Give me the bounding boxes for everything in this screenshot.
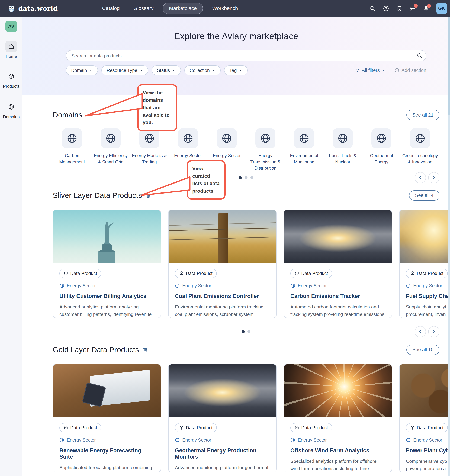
- filter-collection[interactable]: Collection: [184, 65, 221, 75]
- search-input[interactable]: [66, 53, 409, 59]
- card-domain-label: Energy Sector: [182, 283, 211, 288]
- domain-tile-energy-transmission[interactable]: Energy Transmission & Distribution: [246, 128, 285, 171]
- card-domain[interactable]: Energy Sector: [290, 283, 385, 288]
- all-filters-button[interactable]: All filters: [355, 68, 385, 73]
- data-product-card[interactable]: Data Product Energy Sector Fuel Supply C…: [399, 210, 450, 318]
- badge-label: Data Product: [186, 271, 213, 276]
- globe-icon: [101, 128, 121, 148]
- workspace-avatar[interactable]: AV: [6, 21, 17, 32]
- nav-marketplace[interactable]: Marketplace: [163, 3, 203, 14]
- card-domain[interactable]: Energy Sector: [406, 437, 450, 443]
- primary-nav: Catalog Glossary Marketplace Workbench: [98, 0, 243, 17]
- see-all-gold-button[interactable]: See all 15: [406, 345, 439, 355]
- card-domain-label: Energy Sector: [67, 437, 96, 443]
- globe-icon: [139, 128, 160, 148]
- filter-resource-type[interactable]: Resource Type: [101, 65, 148, 75]
- top-navigation-bar: data.world Catalog Glossary Marketplace …: [0, 0, 450, 17]
- help-icon[interactable]: [383, 5, 389, 12]
- pagination-dot[interactable]: [245, 176, 248, 179]
- card-domain[interactable]: Energy Sector: [59, 437, 154, 443]
- see-all-domains-button[interactable]: See all 21: [406, 110, 439, 120]
- all-filters-label: All filters: [362, 68, 380, 73]
- search-submit-icon[interactable]: [414, 50, 426, 61]
- card-domain[interactable]: Energy Sector: [290, 437, 385, 443]
- card-image-sparkler-hands: [284, 364, 392, 417]
- domain-tile-energy-efficiency[interactable]: Energy Efficiency & Smart Grid: [91, 128, 130, 171]
- filter-tag[interactable]: Tag: [224, 65, 248, 75]
- card-domain[interactable]: Energy Sector: [175, 437, 270, 443]
- card-image-railway-sunrise: [284, 210, 392, 263]
- filter-label: Tag: [229, 68, 237, 73]
- pagination-dot[interactable]: [242, 330, 245, 333]
- search-bar: [66, 50, 426, 61]
- callout-domains: View the domains that are available to y…: [137, 84, 177, 131]
- data-product-badge: Data Product: [406, 423, 448, 432]
- user-avatar[interactable]: GK: [436, 3, 447, 14]
- domain-label: Environmental Monitoring: [285, 153, 323, 165]
- filter-domain[interactable]: Domain: [66, 65, 98, 75]
- card-title: Carbon Emissions Tracker: [290, 293, 385, 299]
- carousel-prev-button[interactable]: [415, 172, 426, 183]
- nav-workbench[interactable]: Workbench: [207, 3, 243, 14]
- sidebar-item-home[interactable]: Home: [6, 41, 17, 59]
- domain-tile-fossil-fuels[interactable]: Fossil Fuels & Nuclear: [323, 128, 362, 171]
- tasks-icon[interactable]: [409, 5, 416, 12]
- nav-glossary[interactable]: Glossary: [129, 3, 158, 14]
- card-image-statue-of-liberty: [53, 210, 161, 263]
- carousel-next-button[interactable]: [428, 172, 439, 183]
- pagination-dot[interactable]: [250, 176, 254, 179]
- card-domain[interactable]: Energy Sector: [175, 283, 270, 288]
- domain-label: Energy Sector: [213, 153, 241, 159]
- sliver-pagination-dots: [242, 330, 250, 333]
- data-product-card[interactable]: Data Product Energy Sector Coal Plant Em…: [168, 210, 277, 318]
- data-product-card[interactable]: Data Product Energy Sector Utility Custo…: [53, 210, 161, 318]
- card-description: Automated carbon footprint calculation a…: [290, 303, 385, 318]
- sidebar-item-products[interactable]: Products: [3, 71, 20, 89]
- add-section-button[interactable]: Add section: [394, 68, 426, 73]
- pagination-dot[interactable]: [239, 176, 242, 179]
- data-product-card[interactable]: Data Product Energy Sector Renewable Ene…: [53, 364, 161, 472]
- plus-circle-icon: [394, 68, 399, 73]
- card-title: Power Plant Cyb: [406, 447, 450, 454]
- pagination-dot[interactable]: [248, 330, 250, 333]
- card-domain[interactable]: Energy Sector: [59, 283, 154, 288]
- nav-catalog[interactable]: Catalog: [98, 3, 124, 14]
- filter-label: Collection: [190, 68, 210, 73]
- globe-icon: [406, 438, 411, 442]
- data-product-card[interactable]: Data Product Energy Sector Power Plant C…: [399, 364, 450, 472]
- data-product-card[interactable]: Data Product Energy Sector Carbon Emissi…: [284, 210, 392, 318]
- scrollbar-thumb[interactable]: [448, 17, 450, 115]
- domain-tile-green-technology[interactable]: Green Technology & Innovation: [401, 128, 439, 171]
- domain-tile-environmental-monitoring[interactable]: Environmental Monitoring: [285, 128, 323, 171]
- trash-icon[interactable]: [142, 347, 148, 353]
- dataworld-logo[interactable]: data.world: [7, 4, 58, 12]
- card-domain-label: Energy Sector: [413, 437, 442, 443]
- filter-status[interactable]: Status: [152, 65, 181, 75]
- globe-icon: [178, 128, 198, 148]
- sidebar-item-domains[interactable]: Domains: [3, 101, 20, 119]
- notifications-icon[interactable]: [423, 5, 429, 12]
- hero-section: Explore the Aviary marketplace Domain Re…: [23, 17, 450, 95]
- globe-icon: [294, 128, 314, 148]
- domain-label: Geothermal Energy: [363, 153, 400, 165]
- domain-label: Energy Sector: [174, 153, 202, 159]
- chevron-down-icon: [89, 69, 93, 72]
- card-domain[interactable]: Energy Sector: [406, 283, 450, 288]
- filter-label: Domain: [71, 68, 87, 73]
- domain-tile-carbon-management[interactable]: Carbon Management: [53, 128, 91, 171]
- cube-icon: [410, 425, 415, 430]
- add-section-label: Add section: [402, 68, 426, 73]
- carousel-next-button[interactable]: [428, 326, 439, 337]
- domain-tile-energy-markets[interactable]: Energy Markets & Trading: [130, 128, 169, 171]
- bookmark-icon[interactable]: [396, 5, 403, 12]
- domain-tile-geothermal-energy[interactable]: Geothermal Energy: [362, 128, 401, 171]
- card-description: Supply chain analyt procurement, inven: [406, 303, 450, 318]
- search-divider: [409, 53, 409, 59]
- brand-name: data.world: [18, 5, 58, 12]
- see-all-sliver-button[interactable]: See all 4: [409, 190, 439, 201]
- data-product-card[interactable]: Data Product Energy Sector Offshore Wind…: [284, 364, 392, 472]
- carousel-prev-button[interactable]: [415, 326, 426, 337]
- data-product-card[interactable]: Data Product Energy Sector Geothermal En…: [168, 364, 277, 472]
- search-icon[interactable]: [369, 5, 376, 12]
- page-scrollbar[interactable]: [448, 17, 450, 476]
